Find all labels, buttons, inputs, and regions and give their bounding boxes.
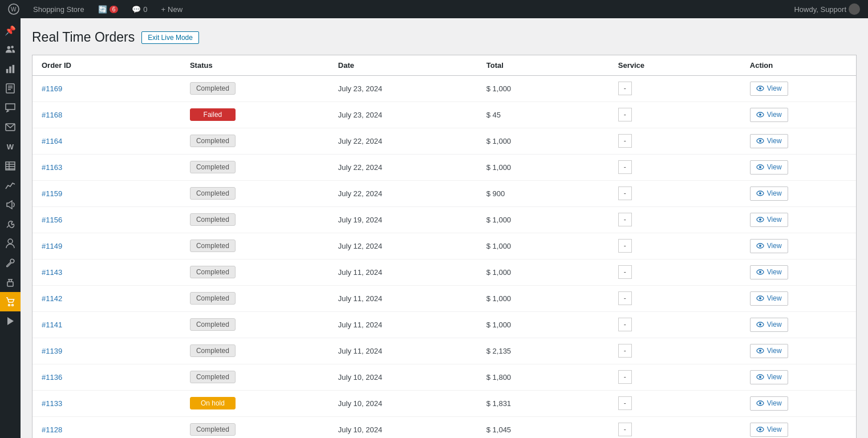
order-id-cell: #1164 [33, 128, 181, 154]
order-id-cell: #1133 [33, 390, 181, 416]
svg-point-42 [759, 297, 761, 299]
view-label: View [767, 268, 782, 276]
sidebar-icon-analytics[interactable] [0, 176, 21, 195]
svg-marker-24 [7, 317, 14, 325]
svg-point-32 [759, 166, 761, 168]
view-button[interactable]: View [750, 396, 788, 411]
view-button[interactable]: View [750, 423, 788, 437]
sidebar-icon-wrench[interactable] [0, 253, 21, 273]
order-id[interactable]: #1133 [42, 399, 62, 408]
status-cell: Completed [181, 233, 329, 259]
updates-item[interactable]: 🔄 6 [95, 0, 122, 18]
table-row: #1169CompletedJuly 23, 2024$ 1,000- View [33, 75, 856, 102]
view-button[interactable]: View [750, 186, 788, 201]
svg-rect-18 [7, 282, 13, 286]
site-name-item[interactable]: Shopping Store [30, 0, 88, 18]
eye-icon [756, 84, 764, 93]
status-cell: Completed [181, 154, 329, 180]
view-button[interactable]: View [750, 134, 788, 148]
eye-icon [756, 321, 764, 329]
exit-live-mode-button[interactable]: Exit Live Mode [141, 31, 199, 44]
order-id[interactable]: #1149 [42, 242, 62, 250]
sidebar-icon-tools[interactable] [0, 214, 21, 234]
date-cell: July 10, 2024 [329, 364, 477, 390]
service-value: - [618, 186, 632, 200]
wp-logo-item[interactable]: W [5, 0, 23, 18]
view-button[interactable]: View [750, 108, 788, 122]
order-id[interactable]: #1139 [42, 347, 62, 355]
howdy-text: Howdy, Support [794, 5, 846, 14]
total-cell: $ 1,800 [477, 364, 609, 390]
view-button[interactable]: View [750, 82, 788, 96]
order-id[interactable]: #1168 [42, 111, 62, 119]
sidebar-icon-table[interactable] [0, 156, 21, 176]
sidebar-icon-person[interactable] [0, 234, 21, 253]
order-id[interactable]: #1156 [42, 216, 62, 224]
view-button[interactable]: View [750, 160, 788, 175]
order-id-cell: #1159 [33, 180, 181, 206]
view-label: View [767, 242, 782, 250]
total-cell: $ 1,831 [477, 390, 609, 416]
service-cell: - [609, 416, 741, 438]
service-cell: - [609, 311, 741, 338]
date-cell: July 23, 2024 [329, 75, 477, 102]
updates-icon: 🔄 [98, 5, 107, 14]
sidebar-icon-comment[interactable] [0, 98, 21, 117]
action-cell: View [741, 102, 856, 128]
order-id[interactable]: #1128 [42, 425, 62, 434]
table-header-row: Order ID Status Date Total Service Actio… [33, 55, 856, 76]
date-cell: July 19, 2024 [329, 206, 477, 233]
sidebar-icon-woo[interactable]: W [0, 137, 21, 156]
view-button[interactable]: View [750, 213, 788, 227]
order-id-cell: #1163 [33, 154, 181, 180]
updates-badge: 6 [109, 6, 119, 13]
view-button[interactable]: View [750, 291, 788, 306]
order-id[interactable]: #1141 [42, 321, 62, 329]
order-id[interactable]: #1142 [42, 294, 62, 303]
status-cell: Completed [181, 259, 329, 285]
service-value: - [618, 370, 632, 384]
eye-icon [756, 189, 764, 198]
svg-point-2 [7, 46, 10, 49]
svg-rect-4 [6, 69, 9, 73]
comments-item[interactable]: 💬 0 [128, 0, 151, 18]
eye-icon [756, 373, 764, 382]
col-header-action: Action [741, 55, 856, 76]
view-button[interactable]: View [750, 344, 788, 358]
view-label: View [767, 347, 782, 355]
order-id[interactable]: #1169 [42, 84, 62, 93]
sidebar-icon-page[interactable] [0, 79, 21, 98]
order-id[interactable]: #1136 [42, 373, 62, 382]
date-cell: July 11, 2024 [329, 285, 477, 311]
sidebar-icon-play[interactable] [0, 311, 21, 331]
view-button[interactable]: View [750, 265, 788, 279]
action-cell: View [741, 259, 856, 285]
total-cell: $ 1,000 [477, 233, 609, 259]
howdy-item[interactable]: Howdy, Support [790, 0, 863, 18]
status-badge: Completed [190, 292, 236, 305]
new-item[interactable]: + New [157, 0, 186, 18]
order-id-cell: #1139 [33, 338, 181, 364]
sidebar-icon-mail[interactable] [0, 117, 21, 137]
status-badge: Completed [190, 82, 236, 95]
main-content: Real Time Orders Exit Live Mode Order ID… [21, 18, 868, 438]
svg-point-52 [759, 428, 761, 431]
sidebar-icon-chart[interactable] [0, 59, 21, 79]
view-button[interactable]: View [750, 370, 788, 384]
order-id[interactable]: #1163 [42, 163, 62, 172]
view-label: View [767, 373, 782, 381]
order-id[interactable]: #1159 [42, 189, 62, 198]
order-id[interactable]: #1164 [42, 137, 62, 145]
action-cell: View [741, 311, 856, 338]
status-badge: Completed [190, 187, 236, 200]
view-button[interactable]: View [750, 318, 788, 332]
sidebar-icon-users[interactable] [0, 40, 21, 59]
status-cell: Completed [181, 285, 329, 311]
view-button[interactable]: View [750, 239, 788, 253]
service-value: - [618, 396, 632, 410]
sidebar-icon-megaphone[interactable] [0, 195, 21, 214]
order-id[interactable]: #1143 [42, 268, 62, 277]
sidebar-icon-orders[interactable] [0, 292, 21, 311]
sidebar-icon-pin[interactable]: 📌 [0, 21, 21, 40]
sidebar-icon-plugin[interactable] [0, 273, 21, 292]
